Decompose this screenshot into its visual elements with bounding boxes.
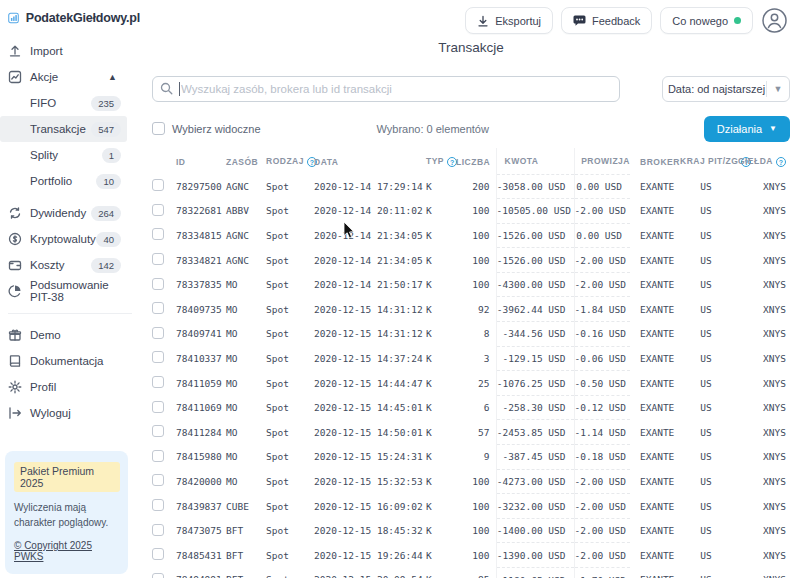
row-checkbox[interactable] xyxy=(152,253,164,265)
chevron-up-icon[interactable]: ▲ xyxy=(108,72,117,82)
select-visible-control: Wybierz widoczne xyxy=(152,122,261,135)
cell-data: 2020-12-15 14:45:01 xyxy=(314,395,426,420)
col-header-kwota[interactable]: KWOTA xyxy=(496,148,574,174)
cell-broker: EXANTE xyxy=(630,568,680,578)
actions-button[interactable]: Działania ▼ xyxy=(704,116,790,142)
cell-rodzaj: Spot xyxy=(266,469,314,494)
select-visible-checkbox[interactable] xyxy=(152,122,165,135)
sidebar-item-kryptowaluty[interactable]: Kryptowaluty 40 xyxy=(0,226,127,252)
col-header-zasob[interactable]: ZASÓB xyxy=(226,148,266,174)
sidebar-item-splity[interactable]: Splity 1 xyxy=(0,142,127,168)
cell-prowizja: -2.00 USD xyxy=(574,199,630,224)
row-checkbox[interactable] xyxy=(152,376,164,388)
cell-liczba: 25 xyxy=(456,371,496,396)
cell-kraj: US xyxy=(680,469,732,494)
col-header-typ[interactable]: TYP? xyxy=(426,148,456,174)
cell-kwota: -1180.65 USD xyxy=(496,568,574,578)
app-logo[interactable]: PodatekGiełdowy.pl xyxy=(0,0,140,38)
row-checkbox[interactable] xyxy=(152,228,164,240)
row-checkbox[interactable] xyxy=(152,278,164,290)
premium-info-box: Pakiet Premium 2025 Wyliczenia mają char… xyxy=(5,451,128,574)
cell-id: 78334821 xyxy=(176,248,226,273)
sidebar-item-label: Koszty xyxy=(30,259,65,271)
cell-liczba: 100 xyxy=(456,199,496,224)
sidebar-item-profil[interactable]: Profil xyxy=(0,374,127,400)
cell-typ: K xyxy=(426,420,456,445)
sidebar-item-wyloguj[interactable]: Wyloguj xyxy=(0,400,127,426)
whats-new-button[interactable]: Co nowego xyxy=(660,7,753,34)
sidebar: PodatekGiełdowy.pl Import Akcje ▲ FIFO 2… xyxy=(0,0,140,578)
cell-kraj: US xyxy=(680,346,732,371)
table-row: 78322681 ABBV Spot 2020-12-14 20:11:02 K… xyxy=(152,199,790,224)
row-checkbox[interactable] xyxy=(152,327,164,339)
row-checkbox[interactable] xyxy=(152,401,164,413)
sidebar-item-label: Profil xyxy=(30,381,56,393)
col-label: KRAJ PIT/ZG xyxy=(680,156,738,166)
gift-icon xyxy=(8,328,22,342)
sidebar-item-label: Akcje xyxy=(30,71,58,83)
cell-id: 78415980 xyxy=(176,445,226,470)
row-checkbox[interactable] xyxy=(152,204,164,216)
cell-zasob: AGNC xyxy=(226,174,266,199)
cell-typ: K xyxy=(426,518,456,543)
cell-liczba: 100 xyxy=(456,223,496,248)
cell-id: 78334815 xyxy=(176,223,226,248)
sidebar-item-demo[interactable]: Demo xyxy=(0,322,127,348)
sidebar-item-dywidendy[interactable]: Dywidendy 264 xyxy=(0,200,127,226)
col-header-liczba[interactable]: LICZBA xyxy=(456,148,496,174)
row-checkbox[interactable] xyxy=(152,425,164,437)
col-header-kraj-pitzg[interactable]: KRAJ PIT/ZG? xyxy=(680,148,732,174)
row-checkbox[interactable] xyxy=(152,179,164,191)
cell-typ: K xyxy=(426,395,456,420)
search-input[interactable] xyxy=(152,76,620,102)
col-header-id[interactable]: ID xyxy=(176,148,226,174)
row-checkbox[interactable] xyxy=(152,524,164,536)
row-checkbox[interactable] xyxy=(152,351,164,363)
row-checkbox[interactable] xyxy=(152,302,164,314)
table-row: 78337835 MO Spot 2020-12-14 21:50:17 K 1… xyxy=(152,272,790,297)
col-header-data[interactable]: DATA xyxy=(314,148,426,174)
row-checkbox[interactable] xyxy=(152,450,164,462)
table-row: 78494991 BFT Spot 2020-12-15 20:09:54 K … xyxy=(152,568,790,578)
table-row: 78420000 MO Spot 2020-12-15 15:32:53 K 1… xyxy=(152,469,790,494)
col-header-broker[interactable]: BROKER xyxy=(630,148,680,174)
cell-broker: EXANTE xyxy=(630,199,680,224)
cell-id: 78485431 xyxy=(176,543,226,568)
count-badge: 235 xyxy=(91,96,121,111)
feedback-button[interactable]: Feedback xyxy=(561,7,652,34)
col-header-prowizja[interactable]: PROWIZJA xyxy=(574,148,630,174)
cell-kraj: US xyxy=(680,199,732,224)
row-checkbox[interactable] xyxy=(152,548,164,560)
user-avatar-icon[interactable] xyxy=(761,7,788,34)
col-label: RODZAJ xyxy=(266,156,304,166)
cell-zasob: MO xyxy=(226,469,266,494)
row-checkbox[interactable] xyxy=(152,474,164,486)
cell-kraj: US xyxy=(680,568,732,578)
sort-dropdown[interactable]: Data: od najstarszej ▼ xyxy=(662,76,790,102)
col-header-rodzaj[interactable]: RODZAJ? xyxy=(266,148,314,174)
col-header-gielda[interactable]: GIEŁDA? xyxy=(732,148,790,174)
sidebar-item-label: Transakcje xyxy=(30,123,86,135)
sidebar-item-portfolio[interactable]: Portfolio 10 xyxy=(0,168,127,194)
row-checkbox[interactable] xyxy=(152,573,164,578)
table-header: ID ZASÓB RODZAJ? DATA TYP? LICZBA KWOTA … xyxy=(152,148,790,174)
copyright-link[interactable]: © Copyright 2025 PWKS xyxy=(14,540,120,562)
docs-book-icon xyxy=(8,354,22,368)
sidebar-item-transakcje[interactable]: Transakcje 547 xyxy=(0,116,127,142)
cell-prowizja: -2.00 USD xyxy=(574,248,630,273)
stocks-icon xyxy=(8,70,22,84)
cell-rodzaj: Spot xyxy=(266,248,314,273)
table-row: 78485431 BFT Spot 2020-12-15 19:26:44 K … xyxy=(152,543,790,568)
row-checkbox-cell xyxy=(152,494,176,519)
sync-arrows-icon xyxy=(8,206,22,220)
sidebar-item-fifo[interactable]: FIFO 235 xyxy=(0,90,127,116)
export-button[interactable]: Eksportuj xyxy=(465,7,553,34)
row-checkbox[interactable] xyxy=(152,499,164,511)
cell-rodzaj: Spot xyxy=(266,543,314,568)
info-icon[interactable]: ? xyxy=(776,157,786,167)
sidebar-item-koszty[interactable]: Koszty 142 xyxy=(0,252,127,278)
sidebar-item-import[interactable]: Import xyxy=(0,38,127,64)
sidebar-item-akcje[interactable]: Akcje ▲ xyxy=(0,64,127,90)
sidebar-item-dokumentacja[interactable]: Dokumentacja xyxy=(0,348,127,374)
sidebar-item-podsumowanie-pit38[interactable]: Podsumowanie PIT-38 xyxy=(0,278,127,304)
